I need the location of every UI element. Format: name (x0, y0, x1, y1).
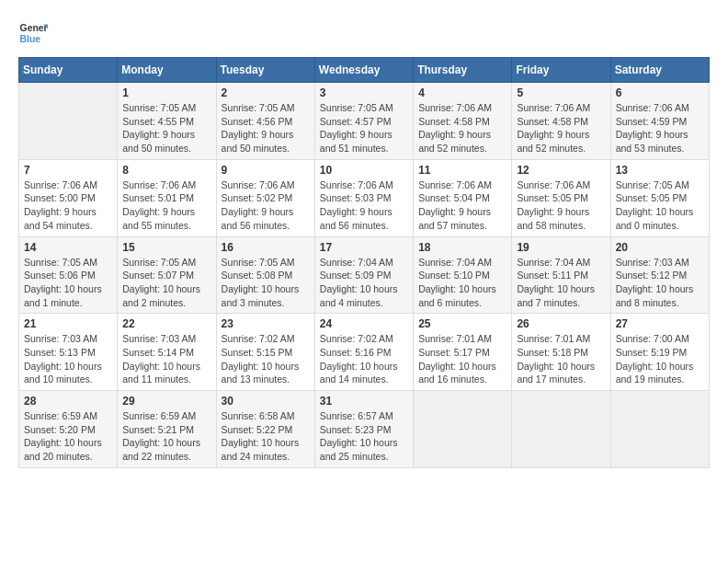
day-info: Sunrise: 7:03 AMSunset: 5:12 PMDaylight:… (616, 257, 694, 308)
weekday-header: Thursday (414, 58, 512, 83)
calendar-day-cell: 9 Sunrise: 7:06 AMSunset: 5:02 PMDayligh… (216, 159, 314, 236)
day-number: 30 (222, 395, 310, 408)
day-info: Sunrise: 6:58 AMSunset: 5:22 PMDaylight:… (222, 410, 300, 462)
day-info: Sunrise: 6:59 AMSunset: 5:21 PMDaylight:… (122, 410, 200, 462)
calendar-day-cell: 19 Sunrise: 7:04 AMSunset: 5:11 PMDaylig… (512, 236, 610, 314)
day-info: Sunrise: 7:06 AMSunset: 5:00 PMDaylight:… (24, 179, 97, 231)
calendar-day-cell: 2 Sunrise: 7:05 AMSunset: 4:56 PMDayligh… (216, 83, 314, 160)
calendar-day-cell: 18 Sunrise: 7:04 AMSunset: 5:10 PMDaylig… (414, 236, 512, 314)
calendar-day-cell: 17 Sunrise: 7:04 AMSunset: 5:09 PMDaylig… (314, 236, 413, 314)
weekday-header: Tuesday (216, 58, 314, 83)
day-info: Sunrise: 6:57 AMSunset: 5:23 PMDaylight:… (320, 410, 398, 462)
calendar-day-cell: 11 Sunrise: 7:06 AMSunset: 5:04 PMDaylig… (414, 159, 512, 236)
day-info: Sunrise: 7:03 AMSunset: 5:13 PMDaylight:… (24, 333, 102, 385)
calendar-day-cell: 25 Sunrise: 7:01 AMSunset: 5:17 PMDaylig… (414, 314, 512, 391)
day-number: 18 (418, 241, 506, 254)
calendar-day-cell (19, 83, 118, 160)
calendar-day-cell: 30 Sunrise: 6:58 AMSunset: 5:22 PMDaylig… (216, 391, 314, 468)
day-info: Sunrise: 7:03 AMSunset: 5:14 PMDaylight:… (122, 333, 200, 385)
day-number: 9 (222, 164, 310, 177)
day-number: 29 (122, 395, 210, 408)
day-info: Sunrise: 7:06 AMSunset: 4:58 PMDaylight:… (517, 102, 590, 154)
day-info: Sunrise: 7:05 AMSunset: 5:08 PMDaylight:… (222, 257, 300, 308)
calendar-day-cell: 3 Sunrise: 7:05 AMSunset: 4:57 PMDayligh… (314, 83, 413, 160)
weekday-header: Saturday (610, 58, 709, 83)
svg-text:General: General (20, 23, 48, 33)
calendar-day-cell (610, 391, 709, 468)
calendar-day-cell: 22 Sunrise: 7:03 AMSunset: 5:14 PMDaylig… (118, 314, 216, 391)
calendar-day-cell: 12 Sunrise: 7:06 AMSunset: 5:05 PMDaylig… (512, 159, 610, 236)
calendar-day-cell: 4 Sunrise: 7:06 AMSunset: 4:58 PMDayligh… (414, 83, 512, 160)
day-number: 22 (122, 317, 210, 330)
day-info: Sunrise: 7:04 AMSunset: 5:10 PMDaylight:… (418, 257, 496, 308)
weekday-header: Sunday (19, 58, 118, 83)
day-number: 3 (320, 86, 408, 99)
calendar-day-cell: 23 Sunrise: 7:02 AMSunset: 5:15 PMDaylig… (216, 314, 314, 391)
day-number: 25 (418, 317, 506, 330)
calendar-day-cell: 20 Sunrise: 7:03 AMSunset: 5:12 PMDaylig… (610, 236, 709, 314)
weekday-header: Monday (118, 58, 216, 83)
calendar-day-cell: 28 Sunrise: 6:59 AMSunset: 5:20 PMDaylig… (19, 391, 118, 468)
day-info: Sunrise: 7:05 AMSunset: 5:06 PMDaylight:… (24, 257, 102, 308)
calendar-day-cell: 8 Sunrise: 7:06 AMSunset: 5:01 PMDayligh… (118, 159, 216, 236)
day-number: 12 (517, 164, 605, 177)
calendar-day-cell (512, 391, 610, 468)
calendar-day-cell: 21 Sunrise: 7:03 AMSunset: 5:13 PMDaylig… (19, 314, 118, 391)
day-number: 15 (122, 241, 210, 254)
day-number: 1 (122, 86, 210, 99)
day-number: 7 (24, 164, 112, 177)
calendar-day-cell: 7 Sunrise: 7:06 AMSunset: 5:00 PMDayligh… (19, 159, 118, 236)
day-number: 17 (320, 241, 408, 254)
calendar-day-cell: 1 Sunrise: 7:05 AMSunset: 4:55 PMDayligh… (118, 83, 216, 160)
day-number: 13 (616, 164, 704, 177)
day-info: Sunrise: 7:06 AMSunset: 5:03 PMDaylight:… (320, 179, 393, 231)
calendar-day-cell: 27 Sunrise: 7:00 AMSunset: 5:19 PMDaylig… (610, 314, 709, 391)
calendar-day-cell: 31 Sunrise: 6:57 AMSunset: 5:23 PMDaylig… (314, 391, 413, 468)
day-number: 2 (222, 86, 310, 99)
day-info: Sunrise: 6:59 AMSunset: 5:20 PMDaylight:… (24, 410, 102, 462)
weekday-header: Wednesday (314, 58, 413, 83)
calendar-day-cell: 13 Sunrise: 7:05 AMSunset: 5:05 PMDaylig… (610, 159, 709, 236)
svg-text:Blue: Blue (20, 34, 41, 44)
weekday-header: Friday (512, 58, 610, 83)
day-info: Sunrise: 7:02 AMSunset: 5:15 PMDaylight:… (222, 333, 300, 385)
calendar-day-cell: 24 Sunrise: 7:02 AMSunset: 5:16 PMDaylig… (314, 314, 413, 391)
calendar-day-cell: 14 Sunrise: 7:05 AMSunset: 5:06 PMDaylig… (19, 236, 118, 314)
calendar-day-cell: 26 Sunrise: 7:01 AMSunset: 5:18 PMDaylig… (512, 314, 610, 391)
logo-icon: General Blue (18, 18, 48, 48)
calendar-week-row: 21 Sunrise: 7:03 AMSunset: 5:13 PMDaylig… (19, 314, 710, 391)
day-info: Sunrise: 7:05 AMSunset: 4:57 PMDaylight:… (320, 102, 393, 154)
day-info: Sunrise: 7:06 AMSunset: 5:04 PMDaylight:… (418, 179, 492, 231)
day-number: 26 (517, 317, 605, 330)
day-number: 6 (616, 86, 704, 99)
day-number: 21 (24, 317, 112, 330)
day-info: Sunrise: 7:05 AMSunset: 4:55 PMDaylight:… (122, 102, 196, 154)
day-number: 27 (616, 317, 704, 330)
day-number: 20 (616, 241, 704, 254)
day-number: 31 (320, 395, 408, 408)
day-info: Sunrise: 7:04 AMSunset: 5:11 PMDaylight:… (517, 257, 595, 308)
calendar-day-cell: 15 Sunrise: 7:05 AMSunset: 5:07 PMDaylig… (118, 236, 216, 314)
day-number: 23 (222, 317, 310, 330)
day-info: Sunrise: 7:06 AMSunset: 4:58 PMDaylight:… (418, 102, 492, 154)
logo: General Blue (18, 18, 48, 48)
weekday-header-row: SundayMondayTuesdayWednesdayThursdayFrid… (19, 58, 710, 83)
day-number: 19 (517, 241, 605, 254)
calendar-day-cell: 10 Sunrise: 7:06 AMSunset: 5:03 PMDaylig… (314, 159, 413, 236)
calendar-table: SundayMondayTuesdayWednesdayThursdayFrid… (18, 57, 710, 468)
day-info: Sunrise: 7:06 AMSunset: 5:05 PMDaylight:… (517, 179, 590, 231)
day-info: Sunrise: 7:05 AMSunset: 5:05 PMDaylight:… (616, 179, 694, 231)
day-number: 5 (517, 86, 605, 99)
day-info: Sunrise: 7:05 AMSunset: 5:07 PMDaylight:… (122, 257, 200, 308)
calendar-day-cell: 29 Sunrise: 6:59 AMSunset: 5:21 PMDaylig… (118, 391, 216, 468)
day-number: 16 (222, 241, 310, 254)
day-info: Sunrise: 7:02 AMSunset: 5:16 PMDaylight:… (320, 333, 398, 385)
calendar-week-row: 1 Sunrise: 7:05 AMSunset: 4:55 PMDayligh… (19, 83, 710, 160)
day-info: Sunrise: 7:01 AMSunset: 5:18 PMDaylight:… (517, 333, 595, 385)
calendar-week-row: 28 Sunrise: 6:59 AMSunset: 5:20 PMDaylig… (19, 391, 710, 468)
day-info: Sunrise: 7:04 AMSunset: 5:09 PMDaylight:… (320, 257, 398, 308)
day-number: 8 (122, 164, 210, 177)
day-number: 24 (320, 317, 408, 330)
day-number: 11 (418, 164, 506, 177)
page-header: General Blue (18, 18, 710, 48)
